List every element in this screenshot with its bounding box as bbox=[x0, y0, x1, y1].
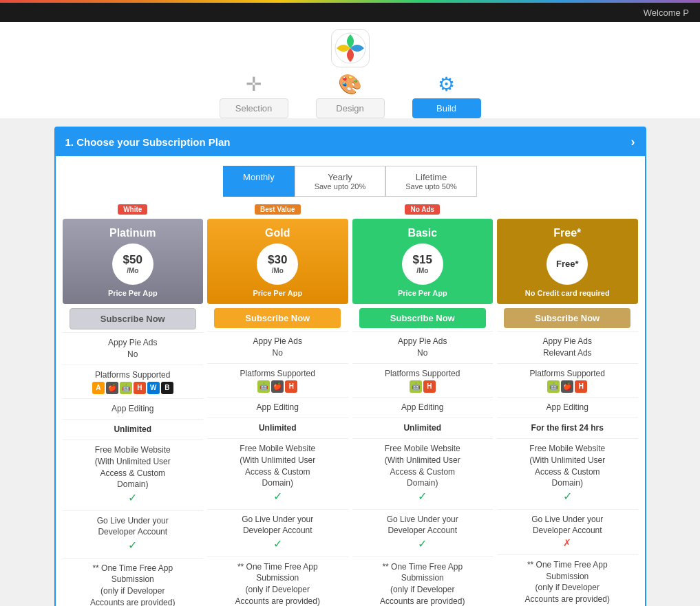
tab-monthly[interactable]: Monthly bbox=[223, 166, 295, 197]
gold-price-per-app: Price Per App bbox=[211, 289, 344, 297]
pi-ios-f: 🍎 bbox=[561, 380, 573, 393]
selection-icon: ✛ bbox=[246, 73, 262, 96]
basic-platforms: Platforms Supported 🤖 H bbox=[352, 363, 494, 398]
design-icon: 🎨 bbox=[338, 73, 362, 96]
step-build[interactable]: ⚙ Build bbox=[399, 73, 495, 118]
gold-badge: Best Value bbox=[255, 204, 301, 215]
plan-gold-header: Best Value bbox=[207, 204, 348, 219]
basic-submission: ** One Time Free AppSubmission(only if D… bbox=[352, 556, 494, 606]
basic-badge: No Ads bbox=[405, 204, 440, 215]
section-arrow: › bbox=[631, 135, 635, 149]
plans-wrapper: White Platinum $50 /Mo Price Per App Sub… bbox=[56, 204, 645, 606]
platinum-app-editing-label: App Editing bbox=[63, 398, 204, 419]
basic-mobile-website: Free Mobile Website(With Unlimited UserA… bbox=[352, 438, 494, 509]
free-ads: Appy Pie AdsRelevant Ads bbox=[497, 331, 638, 363]
basic-price: $15 bbox=[413, 254, 432, 267]
plan-free: Free* Free* No Credit card required Subs… bbox=[497, 204, 638, 606]
pi-amazon: A bbox=[92, 382, 105, 394]
pi-android-g: 🤖 bbox=[257, 380, 270, 393]
tab-yearly-label: Yearly bbox=[328, 172, 352, 182]
platinum-card: Platinum $50 /Mo Price Per App bbox=[63, 219, 204, 304]
gold-subscribe-btn[interactable]: Subscribe Now bbox=[214, 308, 341, 328]
section-header: 1. Choose your Subscription Plan › bbox=[56, 128, 645, 156]
free-subscribe-btn[interactable]: Subscribe Now bbox=[504, 308, 630, 328]
tab-yearly-sub: Save upto 20% bbox=[315, 182, 366, 191]
free-app-editing-label: App Editing bbox=[497, 397, 638, 418]
plan-platinum: White Platinum $50 /Mo Price Per App Sub… bbox=[63, 204, 204, 606]
tab-monthly-label: Monthly bbox=[243, 172, 275, 182]
tab-lifetime[interactable]: Lifetime Save upto 50% bbox=[385, 166, 477, 197]
step-selection[interactable]: ✛ Selection bbox=[206, 73, 302, 118]
pi-android-b: 🤖 bbox=[410, 380, 422, 393]
pi-html5-f: H bbox=[575, 380, 587, 393]
platinum-mobile-website: Free Mobile Website(With Unlimited UserA… bbox=[63, 440, 204, 510]
pi-ios: 🍎 bbox=[106, 382, 118, 394]
free-go-live: Go Live Under yourDeveloper Account✗ bbox=[497, 509, 638, 554]
gold-go-live: Go Live Under yourDeveloper Account✓ bbox=[207, 509, 348, 556]
pi-html5: H bbox=[134, 382, 146, 394]
basic-price-circle: $15 /Mo bbox=[402, 244, 443, 285]
basic-card: Basic $15 /Mo Price Per App bbox=[352, 219, 494, 304]
plan-basic: No Ads Basic $15 /Mo Price Per App Subsc… bbox=[352, 204, 494, 606]
pi-android-f: 🤖 bbox=[547, 380, 560, 393]
tab-lifetime-sub: Save upto 50% bbox=[405, 182, 457, 191]
steps-bar: ✛ Selection 🎨 Design ⚙ Build bbox=[0, 67, 700, 118]
basic-subscribe-btn[interactable]: Subscribe Now bbox=[359, 308, 486, 328]
basic-per: /Mo bbox=[416, 267, 428, 274]
plan-free-header bbox=[497, 204, 638, 219]
basic-price-per-app: Price Per App bbox=[357, 289, 489, 297]
free-card: Free* Free* No Credit card required bbox=[497, 219, 638, 304]
step-design[interactable]: 🎨 Design bbox=[302, 73, 399, 118]
free-mobile-website: Free Mobile Website(With Unlimited UserA… bbox=[497, 438, 638, 509]
free-price-circle: Free* bbox=[547, 244, 588, 285]
main-container: 1. Choose your Subscription Plan › Month… bbox=[54, 127, 646, 606]
basic-ads: Appy Pie AdsNo bbox=[352, 331, 494, 363]
welcome-text: Welcome P bbox=[644, 8, 689, 18]
step-build-label: Build bbox=[412, 98, 481, 118]
tab-yearly[interactable]: Yearly Save upto 20% bbox=[295, 166, 386, 197]
step-selection-label: Selection bbox=[220, 98, 288, 118]
platinum-per: /Mo bbox=[127, 267, 138, 274]
gold-per: /Mo bbox=[272, 267, 284, 274]
pi-html5-g: H bbox=[285, 380, 297, 393]
platinum-badge: White bbox=[118, 204, 147, 215]
free-price-per-app: No Credit card required bbox=[501, 289, 634, 297]
platinum-price-per-app: Price Per App bbox=[67, 289, 200, 297]
top-bar: Welcome P bbox=[0, 3, 700, 22]
free-submission: ** One Time Free AppSubmission(only if D… bbox=[497, 554, 638, 606]
platinum-submission: ** One Time Free AppSubmission(only if D… bbox=[63, 558, 204, 606]
gold-app-editing-value: Unlimited bbox=[207, 418, 348, 438]
platinum-app-editing-value: Unlimited bbox=[63, 419, 204, 440]
platinum-name: Platinum bbox=[67, 227, 200, 239]
header bbox=[0, 22, 700, 67]
billing-tabs: Monthly Yearly Save upto 20% Lifetime Sa… bbox=[56, 156, 645, 204]
free-name: Free* bbox=[501, 227, 634, 239]
platinum-platforms: Platforms Supported A 🍎 🤖 H W B bbox=[63, 365, 204, 399]
build-icon: ⚙ bbox=[438, 73, 455, 96]
plan-gold: Best Value Gold $30 /Mo Price Per App Su… bbox=[207, 204, 348, 606]
platinum-ads: Appy Pie AdsNo bbox=[63, 332, 204, 365]
step-design-label: Design bbox=[316, 98, 385, 118]
plan-platinum-header: White bbox=[63, 204, 204, 219]
pi-windows: W bbox=[147, 382, 160, 394]
basic-app-editing-value: Unlimited bbox=[352, 418, 494, 438]
plan-basic-header: No Ads bbox=[352, 204, 494, 219]
basic-go-live: Go Live Under yourDeveloper Account✓ bbox=[352, 509, 494, 556]
gold-platforms: Platforms Supported 🤖 🍎 H bbox=[207, 363, 348, 398]
gold-app-editing-label: App Editing bbox=[207, 397, 348, 418]
free-price: Free* bbox=[556, 259, 579, 269]
platinum-price-circle: $50 /Mo bbox=[112, 244, 153, 285]
platinum-go-live: Go Live Under yourDeveloper Account✓ bbox=[63, 510, 204, 558]
gold-price-circle: $30 /Mo bbox=[257, 244, 298, 285]
gold-name: Gold bbox=[211, 227, 344, 239]
basic-name: Basic bbox=[357, 227, 489, 239]
platinum-price: $50 bbox=[123, 254, 142, 267]
gold-submission: ** One Time Free AppSubmission(only if D… bbox=[207, 556, 348, 606]
logo bbox=[331, 29, 370, 67]
pi-android: 🤖 bbox=[120, 382, 132, 394]
tab-lifetime-label: Lifetime bbox=[416, 172, 447, 182]
platinum-subscribe-btn[interactable]: Subscribe Now bbox=[70, 308, 196, 329]
pi-bb: B bbox=[161, 382, 173, 394]
gold-card: Gold $30 /Mo Price Per App bbox=[207, 219, 348, 304]
gold-mobile-website: Free Mobile Website(With Unlimited UserA… bbox=[207, 438, 348, 509]
